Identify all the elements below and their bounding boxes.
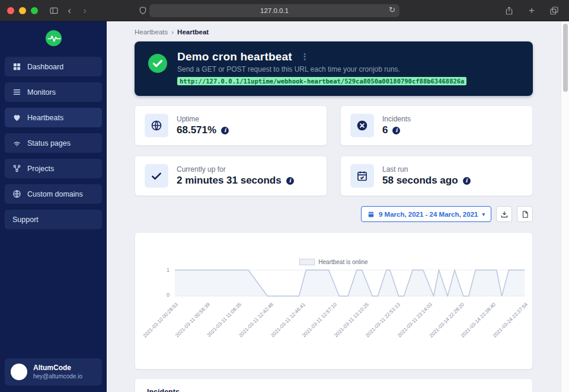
info-icon[interactable]: i	[392, 127, 400, 134]
legend-label: Heartbeat is online	[318, 259, 367, 265]
stat-value: 68.571%	[177, 124, 216, 136]
minimize-window-button[interactable]	[19, 7, 26, 14]
chart-legend[interactable]: Heartbeat is online	[135, 259, 532, 265]
reload-icon[interactable]: ↻	[389, 5, 395, 14]
browser-chrome: ‹ › 127.0.0.1 ↻ +	[0, 0, 569, 21]
zoom-window-button[interactable]	[31, 7, 38, 14]
scrollbar-thumb[interactable]	[563, 24, 568, 92]
kebab-menu-icon[interactable]: ⋮	[301, 52, 309, 62]
dashboard-icon	[12, 62, 21, 71]
sidebar-item-status-pages[interactable]: Status pages	[5, 133, 102, 153]
stat-value: 58 seconds ago	[382, 175, 458, 187]
stat-card-last-run: Last run 58 seconds agoi	[340, 156, 533, 196]
projects-icon	[12, 164, 21, 173]
breadcrumb: Heartbeats › Heartbeat	[135, 28, 533, 36]
scrollbar-track[interactable]	[561, 21, 569, 392]
sidebar: Dashboard Monitors Heartbeats Status pag…	[0, 21, 107, 392]
stat-value: 2 minutes 31 seconds	[177, 175, 282, 187]
stat-label: Last run	[382, 165, 471, 173]
sidebar-item-custom-domains[interactable]: Custom domains	[5, 184, 102, 204]
new-tab-button[interactable]: +	[524, 4, 539, 18]
incidents-title: Incidents	[147, 388, 520, 392]
page-title: Demo cron heartbeat	[177, 50, 292, 63]
main-content: Heartbeats › Heartbeat Demo cron heartbe…	[107, 21, 561, 392]
breadcrumb-current: Heartbeat	[177, 28, 209, 36]
sidebar-item-label: Custom domains	[27, 190, 83, 198]
calendar-icon	[367, 211, 375, 218]
sidebar-item-dashboard[interactable]: Dashboard	[5, 57, 102, 76]
sidebar-item-label: Monitors	[27, 88, 56, 97]
stat-card-uptime: Uptime 68.571%i	[135, 105, 327, 146]
stat-label: Currently up for	[177, 165, 294, 173]
user-account-card[interactable]: AltumCode hey@altumcode.io	[5, 358, 102, 385]
calendar-check-icon	[350, 164, 374, 188]
toolbar: 9 March, 2021 - 24 March, 2021 ▾	[135, 206, 533, 222]
tab-overview-icon[interactable]	[546, 4, 562, 18]
info-icon[interactable]: i	[463, 177, 471, 185]
globe-icon	[145, 114, 168, 137]
avatar	[11, 364, 27, 380]
sidebar-item-heartbeats[interactable]: Heartbeats	[5, 108, 102, 127]
sidebar-toggle-icon[interactable]	[46, 4, 62, 18]
date-range-picker[interactable]: 9 March, 2021 - 24 March, 2021 ▾	[361, 206, 491, 222]
y-axis-tick: 1	[159, 267, 170, 273]
address-bar[interactable]: 127.0.0.1 ↻	[149, 4, 399, 17]
user-email: hey@altumcode.io	[33, 372, 82, 380]
incidents-card: Incidents	[135, 378, 533, 392]
export-report-button[interactable]	[517, 206, 533, 222]
document-icon	[521, 210, 529, 219]
y-axis-tick: 0	[159, 292, 170, 298]
hero-subtitle: Send a GET or POST request to this URL e…	[177, 65, 466, 73]
download-icon	[500, 210, 509, 219]
breadcrumb-parent[interactable]: Heartbeats	[135, 28, 168, 36]
stat-card-currently-up: Currently up for 2 minutes 31 secondsi	[135, 156, 327, 196]
sidebar-item-label: Support	[12, 216, 39, 224]
chevron-down-icon: ▾	[482, 211, 485, 217]
forward-button[interactable]: ›	[77, 4, 92, 18]
monitors-icon	[12, 88, 21, 97]
legend-swatch	[299, 259, 315, 265]
breadcrumb-separator: ›	[171, 28, 174, 36]
heart-icon	[12, 113, 21, 122]
sidebar-item-support[interactable]: Support	[5, 210, 102, 229]
uptime-chart-card: Heartbeat is online 1 0 2021-03-10 00:28…	[135, 232, 533, 369]
x-axis-labels: 2021-03-10 00:28:532021-03-11 00:58:3920…	[175, 299, 525, 355]
globe-icon	[12, 189, 21, 198]
webhook-url[interactable]: http://127.0.0.1/11uptime/webhook-heartb…	[177, 77, 466, 85]
close-window-button[interactable]	[7, 7, 14, 14]
app-logo[interactable]	[5, 21, 102, 57]
stats-grid: Uptime 68.571%i Incidents 6i Currently	[135, 105, 533, 196]
stat-value: 6	[382, 124, 388, 136]
stat-label: Incidents	[382, 115, 411, 123]
stat-card-incidents: Incidents 6i	[340, 105, 533, 146]
user-name: AltumCode	[33, 364, 82, 372]
date-range-label: 9 March, 2021 - 24 March, 2021	[379, 211, 478, 218]
privacy-shield-icon[interactable]	[135, 4, 151, 18]
share-icon[interactable]	[501, 4, 517, 18]
stat-label: Uptime	[177, 115, 229, 123]
sidebar-item-monitors[interactable]: Monitors	[5, 82, 102, 102]
status-ok-icon	[148, 50, 168, 87]
heartbeat-hero-card: Demo cron heartbeat ⋮ Send a GET or POST…	[135, 41, 533, 96]
sidebar-item-label: Projects	[27, 165, 54, 173]
sidebar-item-label: Dashboard	[27, 63, 63, 71]
sidebar-item-projects[interactable]: Projects	[5, 159, 102, 178]
url-text: 127.0.0.1	[260, 7, 289, 14]
sidebar-item-label: Status pages	[27, 139, 71, 147]
signal-icon	[12, 139, 21, 147]
back-button[interactable]: ‹	[62, 4, 77, 18]
download-button[interactable]	[496, 206, 512, 222]
chart-plot-area	[175, 266, 525, 300]
info-icon[interactable]: i	[286, 177, 294, 185]
sidebar-item-label: Heartbeats	[27, 114, 63, 122]
check-icon	[145, 164, 168, 188]
info-icon[interactable]: i	[221, 127, 229, 134]
traffic-lights	[7, 7, 38, 14]
x-circle-icon	[350, 114, 374, 137]
